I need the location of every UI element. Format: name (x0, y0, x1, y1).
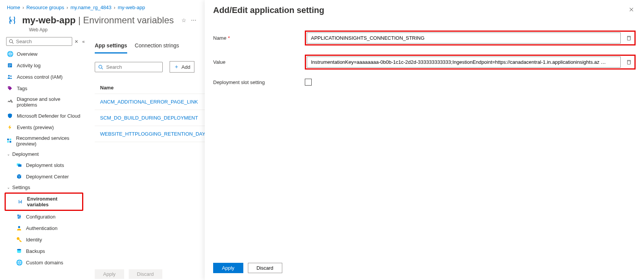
search-icon (98, 65, 103, 70)
add-button[interactable]: ＋ Add (170, 61, 194, 73)
sidebar-item-custom-domains[interactable]: 🌐 Custom domains (5, 257, 83, 268)
svg-rect-10 (7, 139, 9, 140)
globe-icon: 🌐 (7, 51, 13, 57)
sidebar-item-label: Access control (IAM) (17, 74, 63, 80)
globe-icon: 🌐 (16, 259, 22, 265)
sidebar-item-label: Overview (17, 51, 37, 57)
panel-footer: Apply Discard (213, 263, 282, 273)
chevron-right-icon: › (114, 5, 115, 10)
svg-point-9 (11, 102, 12, 102)
value-input[interactable] (307, 57, 621, 68)
chevron-right-icon: › (66, 5, 68, 10)
breadcrumb-resource-groups[interactable]: Resource groups (26, 5, 64, 10)
name-input[interactable] (307, 32, 621, 44)
page-title-sep: | (76, 15, 83, 25)
main-footer: Apply Discard (95, 269, 162, 279)
sidebar-search-input[interactable] (16, 39, 70, 44)
sidebar-item-label: Microsoft Defender for Cloud (17, 113, 80, 119)
sidebar-item-deployment-slots[interactable]: Deployment slots (5, 159, 83, 171)
svg-point-24 (99, 65, 102, 68)
svg-point-23 (17, 249, 21, 251)
sidebar-section-settings[interactable]: ⌄ Settings (5, 182, 83, 193)
svg-rect-3 (9, 64, 11, 65)
svg-rect-13 (10, 141, 11, 142)
shield-icon (7, 113, 13, 119)
panel-discard-button[interactable]: Discard (248, 263, 282, 273)
sidebar-item-access-control[interactable]: Access control (IAM) (5, 71, 83, 83)
star-icon[interactable]: ☆ (181, 17, 186, 23)
sidebar-search[interactable] (6, 37, 72, 46)
backup-icon (16, 248, 22, 254)
settings-search[interactable] (95, 62, 163, 72)
breadcrumb-home[interactable]: Home (7, 5, 20, 10)
sidebar-item-label: Environment variables (27, 196, 80, 207)
tab-connection-strings[interactable]: Connection strings (135, 39, 179, 53)
main-apply-button[interactable]: Apply (95, 269, 124, 279)
sidebar-item-events[interactable]: Events (preview) (5, 121, 83, 133)
sidebar-item-deployment-center[interactable]: Deployment Center (5, 171, 83, 182)
people-icon (7, 74, 13, 80)
breadcrumb-app[interactable]: my-web-app (118, 5, 145, 10)
sidebar-item-backups[interactable]: Backups (5, 245, 83, 257)
panel-apply-button[interactable]: Apply (213, 263, 243, 273)
sidebar-item-label: Configuration (26, 214, 55, 220)
sidebar-item-authentication[interactable]: Authentication (5, 222, 83, 234)
sidebar-item-recommended[interactable]: Recommended services (preview) (5, 133, 83, 149)
sidebar-item-label: Authentication (26, 225, 57, 231)
add-label: Add (181, 64, 190, 70)
svg-point-20 (18, 226, 20, 228)
sidebar-item-overview[interactable]: 🌐 Overview (5, 48, 83, 60)
chevron-right-icon: › (23, 5, 24, 10)
grid-icon (7, 138, 12, 144)
svg-rect-4 (9, 65, 11, 66)
sidebar-item-identity[interactable]: Identity (5, 234, 83, 245)
setting-link[interactable]: WEBSITE_HTTPLOGGING_RETENTION_DAYS (100, 131, 209, 137)
copy-value-button[interactable] (624, 57, 634, 67)
environment-variables-icon: x (7, 15, 18, 26)
main-discard-button[interactable]: Discard (129, 269, 162, 279)
sidebar-item-activity-log[interactable]: Activity log (5, 60, 83, 71)
svg-point-7 (10, 76, 12, 77)
settings-search-input[interactable] (106, 64, 159, 70)
svg-point-18 (19, 216, 21, 217)
tab-app-settings[interactable]: App settings (95, 39, 127, 53)
sidebar-item-environment-variables[interactable]: x Environment variables (5, 193, 83, 211)
sidebar-section-deployment[interactable]: ⌄ Deployment (5, 149, 83, 159)
slots-icon (16, 162, 22, 168)
panel-title: Add/Edit application setting (213, 5, 324, 15)
close-icon[interactable] (627, 5, 636, 14)
chevron-down-icon: ⌄ (7, 152, 10, 156)
section-label: Settings (12, 185, 30, 190)
section-label: Deployment (12, 151, 39, 157)
sidebar-nav[interactable]: 🌐 Overview Activity log Access control (… (5, 48, 85, 268)
sidebar-item-label: Custom domains (26, 260, 63, 265)
sidebar-item-label: Deployment slots (26, 162, 64, 168)
copy-name-button[interactable] (624, 33, 634, 43)
app-name: my-web-app (22, 15, 76, 25)
variables-icon: x (17, 199, 23, 205)
pin-icon[interactable]: ✕ (74, 39, 78, 44)
sidebar-item-tags[interactable]: Tags (5, 83, 83, 94)
svg-rect-12 (7, 141, 9, 142)
breadcrumb-rg[interactable]: my.name_rg_4843 (70, 5, 111, 10)
svg-point-17 (18, 215, 19, 216)
setting-link[interactable]: SCM_DO_BUILD_DURING_DEPLOYMENT (100, 115, 198, 121)
sidebar-item-diagnose[interactable]: Diagnose and solve problems (5, 94, 83, 110)
edit-panel: Add/Edit application setting Name* Value… (205, 0, 644, 280)
sidebar: ✕ « 🌐 Overview Activity log Access contr… (0, 36, 87, 280)
setting-link[interactable]: ANCM_ADDITIONAL_ERROR_PAGE_LINK (100, 99, 198, 105)
page-title: Environment variables (83, 15, 174, 25)
sliders-icon (16, 214, 22, 220)
plus-icon: ＋ (174, 63, 179, 70)
more-icon[interactable]: ⋯ (191, 17, 196, 23)
sidebar-item-defender[interactable]: Microsoft Defender for Cloud (5, 110, 83, 121)
slot-label: Deployment slot setting (213, 79, 297, 85)
required-icon: * (228, 35, 230, 41)
svg-rect-15 (18, 164, 21, 167)
tag-icon (7, 85, 13, 91)
collapse-icon[interactable]: « (82, 39, 85, 44)
value-label: Value (213, 59, 297, 65)
sidebar-item-configuration[interactable]: Configuration (5, 211, 83, 222)
chevron-down-icon: ⌄ (7, 185, 10, 189)
slot-checkbox[interactable] (305, 79, 312, 86)
